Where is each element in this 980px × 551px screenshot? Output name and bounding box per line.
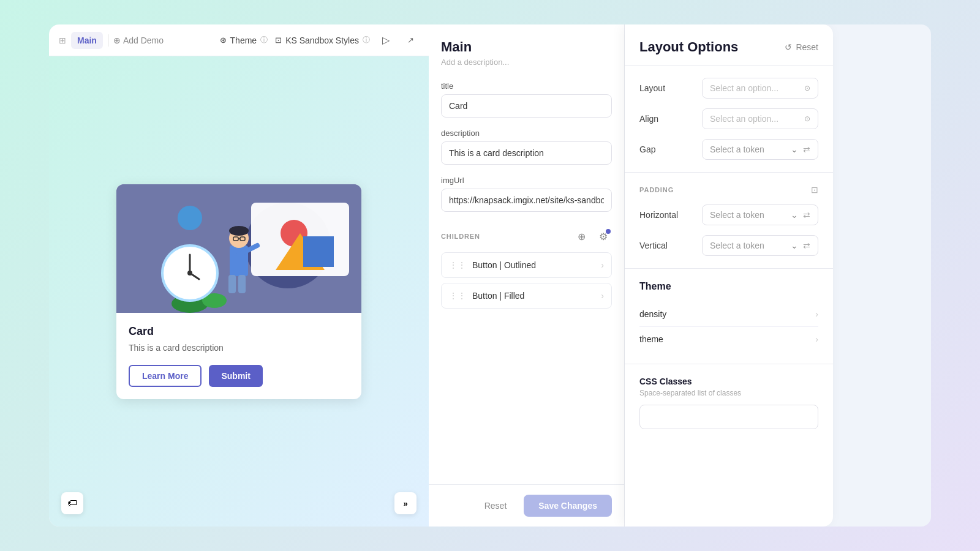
middle-content: Main Add a description... title descript… — [429, 24, 624, 484]
child-item-label: Button | Outlined — [472, 260, 601, 270]
svg-point-2 — [178, 206, 202, 230]
theme-section-title: Theme — [639, 281, 818, 292]
theme-chevron-icon: › — [815, 334, 818, 344]
preview-area: ⊞ Main ⊕ Add Demo ⊛ Theme ⓘ ⊡ KS Sandbox… — [49, 24, 429, 527]
tag-icon: 🏷 — [67, 498, 77, 509]
external-link-icon: ↗ — [407, 36, 414, 45]
theme-section: Theme density › theme › — [625, 269, 833, 364]
save-changes-button[interactable]: Save Changes — [524, 495, 612, 517]
children-settings-button[interactable]: ⚙ — [595, 228, 612, 245]
svg-point-22 — [187, 271, 192, 276]
external-link-button[interactable]: ↗ — [402, 32, 419, 49]
vertical-placeholder: Select a token — [710, 241, 791, 250]
children-header: CHILDREN ⊕ ⚙ — [441, 228, 612, 245]
gap-label: Gap — [639, 144, 695, 154]
layout-option-row: Layout Select an option... ⊙ — [639, 78, 818, 99]
theme-theme-row[interactable]: theme › — [639, 327, 818, 351]
gap-chevron-icon: ⌄ — [791, 144, 798, 154]
ks-info-icon: ⓘ — [363, 35, 370, 45]
density-label: density — [639, 309, 815, 319]
right-panel-reset-button[interactable]: ↺ Reset — [785, 42, 818, 52]
description-field-input[interactable] — [441, 141, 612, 165]
right-panel-title: Layout Options — [639, 39, 785, 55]
gap-option-row: Gap Select a token ⌄ ⇄ — [639, 139, 818, 160]
theme-button[interactable]: ⊛ Theme ⓘ — [220, 35, 268, 45]
imgurl-field-label: imgUrl — [441, 176, 612, 185]
horizontal-token-select[interactable]: Select a token ⌄ ⇄ — [702, 204, 818, 225]
child-item-label: Button | Filled — [472, 291, 601, 301]
child-item-button-filled[interactable]: ⋮⋮ Button | Filled › — [441, 283, 612, 309]
grid-icon: ⊞ — [59, 36, 66, 45]
align-label: Align — [639, 114, 695, 124]
theme-icon: ⊛ — [220, 36, 227, 45]
middle-panel: Main Add a description... title descript… — [429, 24, 625, 527]
drag-icon: ⋮⋮ — [449, 260, 466, 270]
topbar-right: ⊛ Theme ⓘ ⊡ KS Sandbox Styles ⓘ ▷ ↗ — [220, 32, 419, 49]
reset-label: Reset — [796, 42, 818, 52]
css-classes-title: CSS Classes — [639, 377, 818, 386]
learn-more-button[interactable]: Learn More — [129, 365, 202, 387]
vertical-chevron-icon: ⌄ — [791, 241, 798, 250]
layout-select[interactable]: Select an option... ⊙ — [702, 78, 818, 99]
present-icon: ▷ — [382, 34, 390, 46]
layout-options-section: Layout Select an option... ⊙ Align Selec… — [625, 66, 833, 173]
density-theme-row[interactable]: density › — [639, 302, 818, 327]
add-child-button[interactable]: ⊕ — [573, 228, 590, 245]
gap-token-select[interactable]: Select a token ⌄ ⇄ — [702, 139, 818, 160]
children-label: CHILDREN — [441, 233, 573, 240]
card-description: This is a card description — [129, 343, 349, 353]
imgurl-field-input[interactable] — [441, 189, 612, 212]
tab-main[interactable]: Main — [71, 32, 103, 49]
density-chevron-icon: › — [815, 309, 818, 319]
css-classes-desc: Space-separated list of classes — [639, 389, 818, 397]
theme-label: theme — [639, 334, 815, 344]
reset-button[interactable]: Reset — [475, 496, 517, 515]
svg-rect-15 — [238, 275, 246, 293]
gap-placeholder: Select a token — [710, 144, 791, 154]
expand-icon[interactable]: ⊡ — [811, 185, 818, 195]
css-classes-input[interactable] — [639, 405, 818, 429]
forward-icon-button[interactable]: » — [394, 492, 417, 514]
vertical-label: Vertical — [639, 241, 695, 250]
ks-icon: ⊡ — [275, 36, 282, 45]
tab-add-demo[interactable]: ⊕ Add Demo — [113, 36, 164, 45]
align-chevron-icon: ⊙ — [804, 114, 810, 123]
tab-divider — [108, 34, 108, 47]
horizontal-label: Horizontal — [639, 210, 695, 220]
main-container: ⊞ Main ⊕ Add Demo ⊛ Theme ⓘ ⊡ KS Sandbox… — [49, 24, 931, 527]
card-title: Card — [129, 325, 349, 338]
title-field-input[interactable] — [441, 94, 612, 118]
bottom-bar: Reset Save Changes — [429, 484, 624, 527]
vertical-option-row: Vertical Select a token ⌄ ⇄ — [639, 235, 818, 256]
right-panel: Layout Options ↺ Reset Layout Select an … — [625, 24, 833, 527]
gap-refresh-icon: ⇄ — [803, 144, 810, 154]
padding-section: PADDING ⊡ Horizontal Select a token ⌄ ⇄ … — [625, 173, 833, 269]
chevron-right-icon: › — [601, 260, 604, 270]
layout-chevron-icon: ⊙ — [804, 84, 810, 92]
horizontal-placeholder: Select a token — [710, 210, 791, 220]
align-option-row: Align Select an option... ⊙ — [639, 108, 818, 129]
description-field-label: description — [441, 129, 612, 138]
card-content: Card This is a card description Learn Mo… — [116, 313, 361, 399]
ks-sandbox-button[interactable]: ⊡ KS Sandbox Styles ⓘ — [275, 35, 370, 45]
svg-point-12 — [229, 226, 249, 236]
submit-button[interactable]: Submit — [209, 365, 262, 387]
card-image — [116, 184, 361, 313]
align-select[interactable]: Select an option... ⊙ — [702, 108, 818, 129]
chevron-right-icon: › — [601, 291, 604, 301]
layout-placeholder: Select an option... — [710, 83, 804, 93]
css-classes-section: CSS Classes Space-separated list of clas… — [625, 364, 833, 441]
vertical-token-select[interactable]: Select a token ⌄ ⇄ — [702, 235, 818, 256]
child-item-button-outlined[interactable]: ⋮⋮ Button | Outlined › — [441, 252, 612, 278]
svg-rect-6 — [303, 236, 334, 267]
reset-icon: ↺ — [785, 42, 792, 52]
padding-label: PADDING — [639, 186, 811, 193]
tab-main-label: Main — [77, 36, 97, 45]
horizontal-chevron-icon: ⌄ — [791, 210, 798, 220]
tag-icon-button[interactable]: 🏷 — [61, 492, 83, 514]
tab-add-label: Add Demo — [123, 36, 164, 45]
drag-icon: ⋮⋮ — [449, 291, 466, 301]
info-icon: ⓘ — [260, 35, 268, 45]
section-title: Main — [441, 39, 612, 55]
present-button[interactable]: ▷ — [377, 32, 394, 49]
